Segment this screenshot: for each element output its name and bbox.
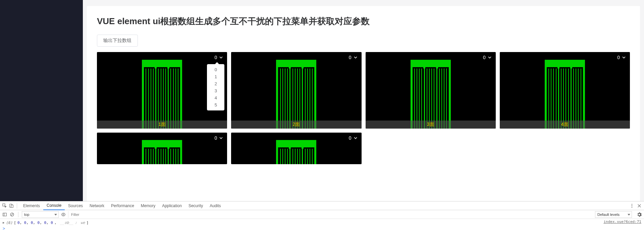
observer-key: __ob__ [60, 221, 73, 225]
chevron-down-icon [488, 55, 492, 59]
tile-selected-value: 0 [349, 135, 352, 141]
panel-tile: 02面 [231, 52, 361, 129]
log-value: 0 [51, 221, 53, 225]
tile-selected-value: 0 [214, 55, 217, 60]
inspect-icon[interactable] [2, 203, 7, 208]
tile-dropdown-trigger[interactable]: 0 [617, 55, 626, 60]
svg-point-5 [632, 207, 632, 207]
device-toggle-icon[interactable] [9, 203, 14, 208]
log-length-prefix: (6) [6, 221, 12, 225]
page-title: VUE element ui根据数组生成多个互不干扰的下拉菜单并获取对应参数 [97, 6, 630, 27]
svg-point-10 [63, 214, 64, 215]
log-levels-select[interactable]: Default levels [595, 211, 632, 218]
devtools-tab-security[interactable]: Security [185, 201, 206, 210]
log-value: 0 [17, 221, 20, 225]
dropdown-option[interactable]: 3 [207, 87, 224, 94]
output-array-button[interactable]: 输出下拉数组 [97, 35, 138, 47]
card: VUE element ui根据数组生成多个互不干扰的下拉菜单并获取对应参数 输… [87, 6, 640, 201]
console-toolbar: top Default levels [0, 210, 644, 219]
console-source-link[interactable]: index.vue?6ced:71 [603, 220, 641, 224]
dropdown-option[interactable]: 0 [207, 66, 224, 73]
chevron-down-icon [622, 55, 626, 59]
separator [17, 203, 17, 208]
devtools-tab-sources[interactable]: Sources [65, 201, 86, 210]
devtools-tab-network[interactable]: Network [86, 201, 108, 210]
tile-footer-label: 3面 [427, 122, 434, 128]
panel-tile: 04面 [500, 52, 630, 129]
tile-dropdown-menu: 012345 [207, 64, 224, 110]
tile-selected-value: 0 [214, 135, 217, 141]
devtools-tab-application[interactable]: Application [159, 201, 185, 210]
tile-selected-value: 0 [349, 55, 352, 60]
console-output: ▶ (6) [ 0, 0, 0, 0, 0, 0 , __ob__ : we ]… [0, 219, 644, 226]
devtools-tab-elements[interactable]: Elements [20, 201, 43, 210]
tile-grid: 00123451面02面03面04面00 [97, 52, 630, 164]
tile-footer-label: 4面 [561, 122, 569, 128]
dropdown-option[interactable]: 5 [207, 101, 224, 108]
toggle-sidebar-icon[interactable] [2, 212, 7, 217]
close-devtools-icon[interactable] [637, 203, 642, 208]
tile-dropdown-trigger[interactable]: 0 [483, 55, 492, 60]
clear-console-icon[interactable] [9, 212, 15, 217]
dropdown-option[interactable]: 1 [207, 73, 224, 80]
panel-tile: 0 [231, 133, 361, 164]
observer-value: we [80, 221, 85, 225]
tile-footer: 4面 [500, 121, 630, 129]
live-expression-icon[interactable] [61, 212, 66, 217]
chevron-down-icon [219, 136, 223, 140]
tile-dropdown-trigger[interactable]: 0 [349, 55, 358, 60]
left-sidebar [0, 0, 83, 201]
devtools-tab-console[interactable]: Console [43, 201, 65, 210]
tile-dropdown-trigger[interactable]: 0 [214, 55, 223, 60]
dropdown-option[interactable]: 4 [207, 94, 224, 101]
devtools-tab-audits[interactable]: Audits [206, 201, 224, 210]
svg-point-3 [632, 204, 632, 204]
separator [18, 212, 18, 217]
tile-footer: 2面 [231, 121, 361, 129]
tile-footer-label: 2面 [292, 122, 300, 128]
devtools-panel: ElementsConsoleSourcesNetworkPerformance… [0, 201, 644, 233]
devtools-tab-performance[interactable]: Performance [108, 201, 138, 210]
console-log-row[interactable]: ▶ (6) [ 0, 0, 0, 0, 0, 0 , __ob__ : we ] [3, 220, 642, 226]
kebab-menu-icon[interactable] [629, 203, 635, 208]
chevron-down-icon [354, 55, 358, 59]
svg-line-9 [11, 213, 13, 216]
svg-rect-6 [3, 213, 7, 216]
tile-dropdown-trigger[interactable]: 0 [349, 135, 358, 141]
svg-point-4 [632, 205, 632, 206]
devtools-tab-memory[interactable]: Memory [138, 201, 159, 210]
panel-tile: 00123451面 [97, 52, 227, 129]
tile-footer-label: 1面 [158, 122, 166, 128]
console-settings-icon[interactable] [637, 212, 642, 217]
panel-tile: 0 [97, 133, 227, 164]
console-filter-input[interactable] [68, 211, 209, 218]
tile-dropdown-trigger[interactable]: 0 [214, 135, 223, 141]
content-area: VUE element ui根据数组生成多个互不干扰的下拉菜单并获取对应参数 输… [83, 0, 644, 201]
tile-footer: 3面 [366, 121, 496, 129]
devtools-tabbar: ElementsConsoleSourcesNetworkPerformance… [0, 201, 644, 210]
chevron-down-icon [354, 136, 358, 140]
tile-footer: 1面 [97, 121, 227, 129]
dropdown-option[interactable]: 2 [207, 80, 224, 87]
console-prompt[interactable]: > [0, 226, 644, 233]
expand-triangle-icon[interactable]: ▶ [3, 221, 4, 224]
context-select[interactable]: top [22, 211, 59, 218]
chevron-down-icon [219, 55, 223, 59]
svg-rect-2 [11, 205, 13, 207]
panel-tile: 03面 [366, 52, 496, 129]
tile-selected-value: 0 [617, 55, 620, 60]
tile-selected-value: 0 [483, 55, 486, 60]
